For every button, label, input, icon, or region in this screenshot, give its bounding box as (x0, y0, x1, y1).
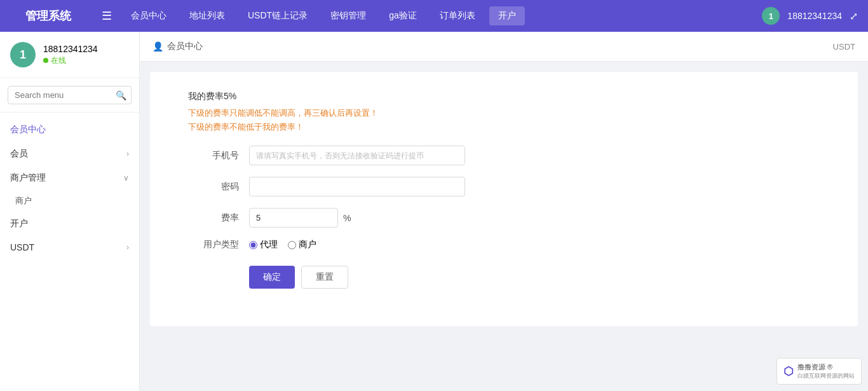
nav-item-ga[interactable]: ga验证 (380, 6, 426, 25)
chevron-right-icon-2: › (126, 243, 129, 252)
watermark-title: 撸撸资源 ® (797, 362, 855, 372)
fee-info: 我的费率5% (188, 91, 820, 102)
sidebar-avatar: 1 (10, 42, 36, 67)
fee-row: 费率 % (188, 208, 820, 228)
nav-menu: 会员中心 地址列表 USDT链上记录 密钥管理 ga验证 订单列表 开户 (122, 6, 762, 25)
status-label: 在线 (51, 55, 66, 66)
nav-right-section: 1 18812341234 ⤢ (762, 7, 858, 25)
brand-title: 管理系统 (10, 8, 86, 24)
nav-item-key-mgmt[interactable]: 密钥管理 (322, 6, 375, 25)
breadcrumb-text: 会员中心 (167, 41, 203, 52)
fee-warning2: 下级的费率不能低于我的费率！ (188, 121, 820, 133)
nav-user-avatar: 1 (762, 7, 780, 25)
breadcrumb-path: 👤 会员中心 (153, 41, 203, 52)
radio-group: 代理 商户 (249, 239, 316, 250)
search-input[interactable] (8, 86, 132, 104)
watermark: ⬡ 撸撸资源 ® 白嫖互联网资源的网站 (776, 358, 862, 385)
radio-agent-input[interactable] (249, 241, 257, 249)
form-card: 我的费率5% 下级的费率只能调低不能调高，再三确认后再设置！ 下级的费率不能低于… (150, 72, 858, 326)
sidebar-subitem-merchant[interactable]: 商户 (0, 190, 139, 212)
fee-label: 费率 (188, 212, 239, 224)
person-icon: 👤 (153, 41, 163, 51)
expand-icon[interactable]: ⤢ (850, 10, 858, 22)
fee-warning1: 下级的费率只能调低不能调高，再三确认后再设置！ (188, 107, 820, 119)
sidebar-menu: 会员中心 会员 › 商户管理 ∨ 商户 开户 USDT › (0, 113, 139, 264)
sidebar-item-merchant-mgmt[interactable]: 商户管理 ∨ (0, 166, 139, 190)
main-content: 👤 会员中心 USDT 我的费率5% 下级的费率只能调低不能调高，再三确认后再设… (140, 32, 868, 391)
confirm-button[interactable]: 确定 (249, 266, 295, 289)
watermark-subtitle: 白嫖互联网资源的网站 (797, 372, 855, 380)
sidebar-item-member-center[interactable]: 会员中心 (0, 118, 139, 142)
search-wrap: 🔍 (8, 86, 132, 104)
radio-merchant-input[interactable] (288, 241, 296, 249)
status-dot (43, 58, 48, 63)
search-icon: 🔍 (116, 90, 126, 100)
radio-merchant-label: 商户 (299, 239, 316, 250)
main-layout: 1 18812341234 在线 🔍 会员中心 会员 › (0, 32, 868, 391)
radio-agent[interactable]: 代理 (249, 239, 278, 250)
user-type-label: 用户类型 (188, 239, 239, 250)
password-input[interactable] (249, 177, 465, 196)
sidebar-status: 在线 (43, 55, 98, 66)
nav-item-open-account[interactable]: 开户 (489, 6, 525, 25)
sidebar-user-section: 1 18812341234 在线 (0, 32, 139, 78)
nav-item-usdt-records[interactable]: USDT链上记录 (239, 6, 316, 25)
watermark-logo-icon: ⬡ (783, 364, 794, 378)
search-box: 🔍 (0, 78, 139, 113)
sidebar-username: 18812341234 (43, 44, 98, 54)
password-label: 密码 (188, 181, 239, 193)
nav-item-members[interactable]: 会员中心 (122, 6, 175, 25)
breadcrumb-right-label: USDT (833, 42, 855, 51)
sidebar-item-open-account[interactable]: 开户 (0, 212, 139, 236)
user-type-row: 用户类型 代理 商户 (188, 239, 820, 250)
button-row: 确定 重置 (188, 266, 820, 289)
chevron-down-icon: ∨ (123, 174, 129, 182)
phone-row: 手机号 (188, 146, 820, 165)
phone-input[interactable] (249, 146, 465, 165)
password-row: 密码 (188, 177, 820, 196)
sidebar-item-member[interactable]: 会员 › (0, 142, 139, 166)
phone-label: 手机号 (188, 150, 239, 161)
chevron-right-icon: › (126, 149, 129, 158)
sidebar: 1 18812341234 在线 🔍 会员中心 会员 › (0, 32, 140, 391)
reset-button[interactable]: 重置 (301, 266, 348, 289)
watermark-text-block: 撸撸资源 ® 白嫖互联网资源的网站 (797, 362, 855, 380)
breadcrumb: 👤 会员中心 USDT (140, 32, 868, 62)
radio-merchant[interactable]: 商户 (288, 239, 316, 250)
hamburger-icon[interactable]: ☰ (102, 9, 112, 23)
nav-item-address[interactable]: 地址列表 (180, 6, 234, 25)
nav-item-orders[interactable]: 订单列表 (431, 6, 484, 25)
nav-username: 18812341234 (787, 11, 842, 21)
percent-label: % (343, 213, 351, 223)
radio-agent-label: 代理 (260, 239, 278, 250)
fee-input-wrap: % (249, 208, 351, 228)
sidebar-item-usdt[interactable]: USDT › (0, 236, 139, 259)
sidebar-user-details: 18812341234 在线 (43, 44, 98, 66)
top-navigation: 管理系统 ☰ 会员中心 地址列表 USDT链上记录 密钥管理 ga验证 订单列表… (0, 0, 868, 32)
fee-input[interactable] (249, 208, 338, 228)
